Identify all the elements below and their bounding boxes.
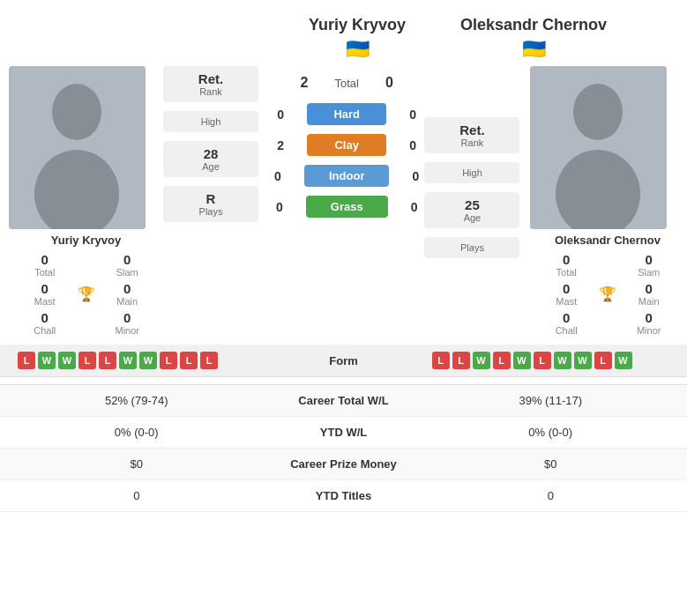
svg-point-4: [573, 84, 623, 140]
left-player-photo: [9, 66, 146, 229]
form-badge-left: L: [18, 352, 35, 369]
left-main-cell: 0 Main: [101, 281, 155, 307]
left-mast-cell: 0 Mast: [18, 281, 72, 307]
stats-right-value: $0: [432, 457, 670, 471]
left-trophy-icon: 🏆: [78, 286, 95, 302]
form-badge-left: L: [180, 352, 198, 369]
grass-row: 0 Grass 0: [271, 196, 423, 218]
right-info-boxes: Ret. Rank High 25 Age Plays: [424, 66, 530, 258]
right-total-val: 0: [563, 252, 570, 267]
right-total-label: Total: [556, 267, 577, 278]
right-player-name-below: Oleksandr Chernov: [530, 234, 684, 247]
indoor-row: 0 Indoor 0: [269, 165, 424, 187]
right-mast-label: Mast: [556, 296, 577, 307]
left-main-val: 0: [123, 281, 131, 296]
left-player-header: [9, 9, 163, 61]
right-minor-cell: 0 Minor: [622, 310, 676, 336]
form-badge-right: W: [473, 352, 490, 369]
left-form: LWWLLWWLLL: [18, 352, 256, 369]
form-badge-left: L: [160, 352, 177, 369]
grass-badge: Grass: [306, 196, 388, 218]
svg-point-1: [52, 84, 101, 140]
form-badge-left: L: [99, 352, 116, 369]
stats-right-value: 0: [432, 489, 670, 502]
left-minor-val: 0: [123, 310, 131, 325]
surface-section: 2 Total 0 0 Hard 0 2 Clay 0 0 Indoor 0: [269, 66, 424, 226]
hard-badge: Hard: [307, 103, 386, 125]
clay-row: 2 Clay 0: [272, 134, 422, 156]
left-rank-label: Rank: [172, 86, 250, 97]
right-flag: 🇺🇦: [522, 38, 546, 61]
left-player-name-below: Yuriy Kryvoy: [9, 234, 163, 247]
total-label: Total: [334, 77, 358, 90]
hard-row: 0 Hard 0: [272, 103, 422, 125]
left-total-val: 0: [41, 252, 49, 267]
left-flag: 🇺🇦: [346, 38, 370, 61]
right-slam-cell: 0 Slam: [622, 252, 676, 278]
hard-left: 0: [272, 108, 289, 122]
left-slam-val: 0: [123, 252, 131, 267]
left-minor-label: Minor: [115, 325, 139, 336]
grass-left: 0: [271, 200, 288, 214]
left-slam-label: Slam: [116, 267, 138, 278]
left-plays-value: R: [172, 191, 250, 206]
left-age-value: 28: [172, 146, 250, 161]
stats-row: 0YTD Titles0: [0, 480, 687, 512]
form-badge-right: L: [432, 352, 450, 369]
right-main-cell: 0 Main: [622, 281, 676, 307]
right-age-box: 25 Age: [424, 192, 519, 228]
right-rank-label: Rank: [433, 137, 511, 148]
right-plays-box: Plays: [424, 237, 519, 258]
clay-left: 2: [272, 138, 289, 152]
bottom-stats: 52% (79-74)Career Total W/L39% (11-17)0%…: [0, 384, 687, 512]
form-badge-left: L: [200, 352, 218, 369]
indoor-right: 0: [407, 169, 424, 183]
stats-right-value: 0% (0-0): [432, 426, 670, 439]
grass-right: 0: [406, 200, 423, 214]
right-player-name: Oleksandr Chernov: [460, 16, 607, 34]
right-middle-spacer: [622, 9, 687, 61]
left-age-label: Age: [172, 161, 250, 172]
form-badge-right: L: [534, 352, 551, 369]
clay-right: 0: [404, 138, 422, 152]
form-badge-right: L: [493, 352, 511, 369]
left-slam-cell: 0 Slam: [101, 252, 155, 278]
stats-left-value: 52% (79-74): [18, 394, 256, 407]
total-left: 2: [301, 75, 309, 91]
right-age-label: Age: [433, 212, 511, 223]
form-badge-left: W: [139, 352, 157, 369]
form-section: LWWLLWWLLL Form LLWLWLWWLW: [0, 345, 687, 377]
left-minor-cell: 0 Minor: [101, 310, 155, 336]
stats-row: $0Career Prize Money$0: [0, 449, 687, 480]
right-chall-label: Chall: [556, 325, 578, 336]
stats-center-label: YTD W/L: [256, 426, 432, 439]
right-rank-value: Ret.: [433, 122, 511, 137]
left-mast-val: 0: [41, 281, 49, 296]
left-high-box: High: [163, 111, 258, 132]
right-plays-label: Plays: [433, 242, 511, 253]
form-badge-right: W: [554, 352, 571, 369]
stats-left-value: 0: [18, 489, 256, 502]
right-main-label: Main: [638, 296, 660, 307]
indoor-left: 0: [269, 169, 287, 183]
form-badge-right: W: [574, 352, 592, 369]
right-age-value: 25: [433, 197, 511, 212]
form-badge-right: W: [615, 352, 632, 369]
left-chall-cell: 0 Chall: [18, 310, 72, 336]
right-minor-label: Minor: [637, 325, 661, 336]
form-badge-left: W: [119, 352, 137, 369]
left-chall-label: Chall: [34, 325, 56, 336]
right-slam-label: Slam: [638, 267, 660, 278]
right-trophy-icon: 🏆: [599, 286, 616, 302]
stats-left-value: 0% (0-0): [18, 426, 256, 439]
left-player-name: Yuriy Kryvoy: [309, 16, 406, 34]
left-middle-spacer: [163, 9, 269, 61]
right-rank-box: Ret. Rank: [424, 117, 519, 153]
right-chall-cell: 0 Chall: [539, 310, 594, 336]
right-player-section: Oleksandr Chernov 0 Total 0 Slam 0 Mast …: [530, 66, 684, 336]
right-slam-val: 0: [646, 252, 653, 267]
form-badge-right: W: [513, 352, 531, 369]
stats-right-value: 39% (11-17): [432, 394, 670, 407]
right-mast-val: 0: [563, 281, 570, 296]
right-main-val: 0: [646, 281, 653, 296]
